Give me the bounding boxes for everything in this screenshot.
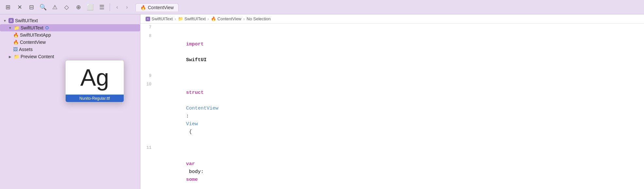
line-content-8: import SwiftUI <box>157 32 644 72</box>
code-indent <box>186 153 198 159</box>
diamond-icon[interactable]: ◇ <box>61 2 72 12</box>
breadcrumb-app-icon: A <box>146 17 150 21</box>
divider <box>110 3 110 11</box>
code-editor[interactable]: 7 8 import SwiftUI 9 10 <box>140 24 644 189</box>
chevron-icon <box>8 26 12 30</box>
breadcrumb-label-contentview: ContentView <box>217 16 241 21</box>
line-number-11: 11 <box>140 144 157 151</box>
code-space <box>186 185 189 189</box>
swift-tab-icon: 🔥 <box>140 5 146 10</box>
line-number-8: 8 <box>140 32 157 40</box>
code-colon: : <box>186 113 192 119</box>
breadcrumb-item-swiftuitext-app[interactable]: A SwiftUIText <box>146 16 173 21</box>
file-tree: A SwiftUIText 📁 SwiftUIText 🔥 SwiftUITex… <box>0 14 140 63</box>
tree-item-contentview[interactable]: 🔥 ContentView <box>0 39 140 46</box>
keyword-some: some <box>186 177 198 182</box>
breadcrumb-item-contentview[interactable]: 🔥 ContentView <box>211 16 241 21</box>
line-content-10: struct ContentView : View { <box>157 80 644 144</box>
tab-contentview[interactable]: 🔥 ContentView <box>135 3 179 11</box>
tree-label-assets: Assets <box>19 47 33 52</box>
breadcrumb-label-swiftuitext: SwiftUIText <box>151 16 173 21</box>
tab-label: ContentView <box>148 5 174 10</box>
line-content-9 <box>157 72 644 73</box>
badge-icon[interactable]: ⊕ <box>73 2 84 12</box>
tree-item-swiftuitextapp[interactable]: 🔥 SwiftUITextApp <box>0 31 140 39</box>
swift-icon: 🔥 <box>13 32 19 38</box>
line-content-11: var body: some View { <box>157 144 644 189</box>
breadcrumb: A SwiftUIText › 📁 SwiftUIText › 🔥 Conten… <box>140 14 644 24</box>
code-space <box>186 98 189 103</box>
breadcrumb-label-swiftuitext-folder: SwiftUIText <box>184 16 206 21</box>
toolbar: ⊞ ✕ ⊟ 🔍 ⚠ ◇ ⊕ ⬜ ☰ ‹ › 🔥 ContentView <box>0 0 644 14</box>
breadcrumb-swift-icon: 🔥 <box>211 16 216 21</box>
chevron-icon <box>3 18 7 23</box>
breadcrumb-folder-icon: 📁 <box>178 16 183 21</box>
chevron-icon <box>8 54 12 59</box>
type-view: View <box>186 121 198 127</box>
breadcrumb-label-no-selection: No Selection <box>247 16 271 21</box>
nav-back-button[interactable]: ‹ <box>113 3 122 12</box>
code-line-7: 7 <box>140 24 644 32</box>
folder-icon: 📁 <box>14 54 19 59</box>
font-preview-label: Nunito-Regular.ttf <box>66 95 124 102</box>
label-icon[interactable]: ⬜ <box>85 2 95 12</box>
tree-item-assets[interactable]: 🖼 Assets <box>0 46 140 53</box>
swift-icon: 🔥 <box>13 40 19 45</box>
code-line-11: 11 var body: some View { <box>140 144 644 189</box>
keyword-import: import <box>186 42 204 47</box>
code-line-9: 9 <box>140 72 644 80</box>
grid-icon[interactable]: ⊞ <box>3 2 13 12</box>
code-text: body: <box>186 169 207 175</box>
folder-icon: 📁 <box>14 25 19 30</box>
app-icon: A <box>8 18 14 23</box>
warning-icon[interactable]: ⚠ <box>50 2 60 12</box>
tree-item-preview-content[interactable]: 📁 Preview Content <box>0 53 140 60</box>
code-space <box>186 49 189 55</box>
edit-indicator <box>45 26 49 29</box>
main-content: A SwiftUIText 📁 SwiftUIText 🔥 SwiftUITex… <box>0 14 644 189</box>
tree-label-swiftuitext-root: SwiftUIText <box>15 18 38 23</box>
tree-label-preview-content: Preview Content <box>21 54 54 59</box>
assets-icon: 🖼 <box>13 47 18 52</box>
lines-icon[interactable]: ☰ <box>97 2 107 12</box>
search-icon[interactable]: 🔍 <box>38 2 48 12</box>
tree-label-swiftuitextapp: SwiftUITextApp <box>20 32 51 38</box>
line-number-10: 10 <box>140 80 157 88</box>
tree-label-swiftuitext-folder: SwiftUIText <box>21 25 43 30</box>
breadcrumb-sep-1: › <box>175 17 176 21</box>
code-line-10: 10 struct ContentView : View { <box>140 80 644 144</box>
line-content-7 <box>157 24 644 24</box>
brace-open: { <box>186 129 192 135</box>
type-contentview: ContentView <box>186 106 218 111</box>
line-number-7: 7 <box>140 24 157 31</box>
code-line-8: 8 import SwiftUI <box>140 32 644 72</box>
editor: A SwiftUIText › 📁 SwiftUIText › 🔥 Conten… <box>140 14 644 189</box>
tree-item-swiftuitext-root[interactable]: A SwiftUIText <box>0 17 140 24</box>
breadcrumb-sep-2: › <box>208 17 209 21</box>
identifier-swiftui: SwiftUI <box>186 57 207 63</box>
line-number-9: 9 <box>140 72 157 79</box>
keyword-struct: struct <box>186 90 204 95</box>
font-preview-sample: Ag <box>66 60 124 95</box>
tree-label-contentview: ContentView <box>20 40 46 45</box>
breadcrumb-item-no-selection: No Selection <box>247 16 271 21</box>
keyword-var: var <box>186 161 195 167</box>
inspector-icon[interactable]: ⊟ <box>26 2 37 12</box>
close-icon[interactable]: ✕ <box>14 2 25 12</box>
nav-forward-button[interactable]: › <box>122 3 132 12</box>
nav-buttons: ‹ › <box>113 3 132 12</box>
breadcrumb-item-swiftuitext-folder[interactable]: 📁 SwiftUIText <box>178 16 206 21</box>
sidebar: A SwiftUIText 📁 SwiftUIText 🔥 SwiftUITex… <box>0 14 140 189</box>
tree-item-swiftuitext-folder[interactable]: 📁 SwiftUIText <box>0 24 140 31</box>
tab-bar: 🔥 ContentView <box>133 3 641 11</box>
breadcrumb-sep-3: › <box>243 17 245 21</box>
font-preview-popup: Ag Nunito-Regular.ttf <box>65 60 124 102</box>
